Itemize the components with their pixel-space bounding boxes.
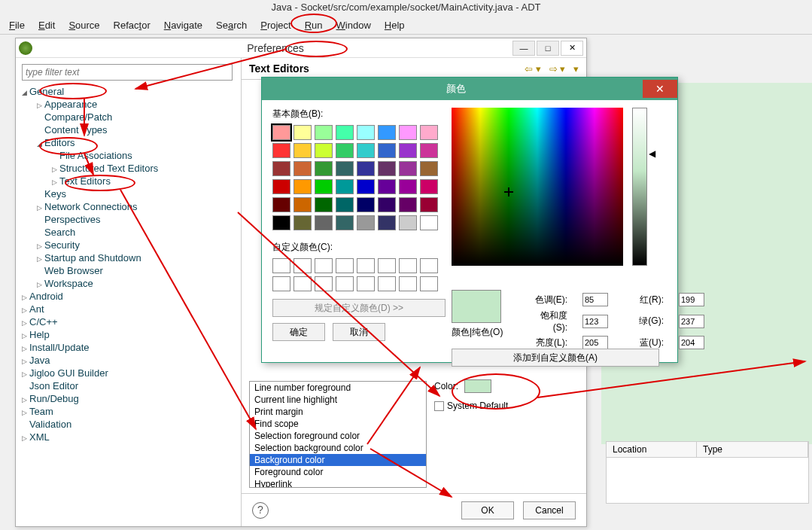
color-swatch[interactable]	[293, 215, 312, 230]
list-item[interactable]: Selection foreground color	[250, 430, 426, 442]
list-item[interactable]: Find scope	[250, 418, 426, 430]
color-swatch[interactable]	[272, 215, 290, 230]
menu-source[interactable]: Source	[62, 18, 105, 32]
col-location[interactable]: Location	[607, 442, 697, 457]
sat-input[interactable]	[582, 315, 608, 328]
define-custom-button[interactable]: 规定自定义颜色(D) >>	[272, 299, 446, 317]
minimize-button[interactable]: —	[512, 41, 535, 56]
color-swatch[interactable]	[420, 197, 438, 212]
color-swatch[interactable]	[272, 125, 290, 140]
luminance-marker-icon: ◀	[649, 148, 655, 159]
list-item-selected[interactable]: Background color	[250, 454, 426, 466]
menu-window[interactable]: Window	[330, 18, 377, 32]
color-swatch[interactable]	[399, 215, 417, 230]
maximize-button[interactable]: □	[537, 41, 559, 56]
color-swatch[interactable]	[378, 197, 396, 212]
col-type[interactable]: Type	[697, 442, 808, 457]
color-swatch[interactable]	[399, 179, 417, 194]
color-swatch[interactable]	[378, 161, 396, 176]
hue-input[interactable]	[582, 293, 608, 306]
color-swatch[interactable]	[378, 179, 396, 194]
nav-arrows[interactable]: ⇦ ▾ ⇨ ▾ ▾	[525, 63, 579, 75]
color-swatch[interactable]	[315, 197, 333, 212]
color-swatch[interactable]	[336, 179, 354, 194]
color-swatch[interactable]	[336, 143, 354, 158]
prefs-tree-panel: ◢General ▷Appearance Compare/Patch Conte…	[16, 58, 242, 526]
color-swatch[interactable]	[336, 215, 354, 230]
red-input[interactable]	[679, 293, 704, 306]
color-swatch[interactable]	[399, 143, 417, 158]
color-label: Color:	[434, 381, 458, 391]
color-dialog-close[interactable]: ✕	[643, 80, 677, 98]
color-swatch[interactable]	[357, 215, 375, 230]
menu-navigate[interactable]: Navigate	[158, 18, 208, 32]
color-swatch[interactable]	[315, 125, 333, 140]
lum-input[interactable]	[582, 336, 608, 349]
add-custom-color-button[interactable]: 添加到自定义颜色(A)	[452, 349, 659, 367]
color-swatch-button[interactable]	[464, 379, 491, 393]
color-swatch[interactable]	[357, 161, 375, 176]
ok-button[interactable]: OK	[461, 501, 514, 519]
color-swatch[interactable]	[272, 143, 290, 158]
color-swatch[interactable]	[315, 143, 333, 158]
sat-label: 饱和度(S):	[527, 309, 567, 333]
color-swatch[interactable]	[293, 197, 312, 212]
list-item[interactable]: Selection background color	[250, 442, 426, 454]
list-item[interactable]: Current line highlight	[250, 394, 426, 406]
color-swatch[interactable]	[272, 197, 290, 212]
appearance-options-list[interactable]: Line number foreground Current line high…	[249, 381, 427, 488]
green-input[interactable]	[679, 315, 704, 328]
color-swatch[interactable]	[399, 197, 417, 212]
color-swatch[interactable]	[357, 143, 375, 158]
color-swatch[interactable]	[420, 143, 438, 158]
color-swatch[interactable]	[315, 179, 333, 194]
color-gradient[interactable]	[452, 108, 623, 266]
color-swatch[interactable]	[357, 197, 375, 212]
list-item[interactable]: Foreground color	[250, 466, 426, 478]
color-swatch[interactable]	[293, 161, 312, 176]
menu-help[interactable]: Help	[379, 18, 411, 32]
system-default-checkbox[interactable]	[434, 401, 444, 411]
color-swatch[interactable]	[336, 161, 354, 176]
help-icon[interactable]: ?	[252, 502, 269, 519]
color-swatch[interactable]	[399, 161, 417, 176]
color-swatch[interactable]	[420, 161, 438, 176]
menu-run[interactable]: Run	[299, 18, 329, 32]
color-swatch[interactable]	[420, 215, 438, 230]
color-swatch[interactable]	[378, 215, 396, 230]
color-swatch[interactable]	[336, 197, 354, 212]
color-swatch[interactable]	[420, 179, 438, 194]
luminance-slider[interactable]	[632, 108, 647, 266]
color-ok-button[interactable]: 确定	[272, 323, 325, 341]
color-cancel-button[interactable]: 取消	[333, 323, 385, 341]
color-swatch[interactable]	[378, 125, 396, 140]
color-swatch[interactable]	[357, 179, 375, 194]
list-item[interactable]: Print margin	[250, 406, 426, 418]
list-item[interactable]: Line number foreground	[250, 382, 426, 394]
blue-input[interactable]	[679, 336, 704, 349]
menu-edit[interactable]: Edit	[32, 18, 61, 32]
color-swatch[interactable]	[315, 215, 333, 230]
color-swatch[interactable]	[399, 125, 417, 140]
color-swatch[interactable]	[378, 143, 396, 158]
color-swatch[interactable]	[293, 179, 312, 194]
cancel-button[interactable]: Cancel	[523, 501, 576, 519]
prefs-titlebar: Preferences — □ ✕	[16, 38, 586, 58]
color-swatch[interactable]	[272, 161, 290, 176]
color-swatch[interactable]	[336, 125, 354, 140]
menu-refactor[interactable]: Refactor	[108, 18, 157, 32]
menu-project[interactable]: Project	[254, 18, 297, 32]
color-swatch[interactable]	[357, 125, 375, 140]
list-item[interactable]: Hyperlink	[250, 478, 426, 488]
problems-table: Location Type	[606, 441, 809, 504]
filter-input[interactable]	[22, 64, 233, 81]
prefs-tree[interactable]: ◢General ▷Appearance Compare/Patch Conte…	[19, 85, 238, 443]
close-button[interactable]: ✕	[561, 41, 583, 56]
color-swatch[interactable]	[420, 125, 438, 140]
color-swatch[interactable]	[272, 179, 290, 194]
color-swatch[interactable]	[315, 161, 333, 176]
color-swatch[interactable]	[293, 143, 312, 158]
menu-file[interactable]: File	[3, 18, 31, 32]
menu-search[interactable]: Search	[210, 18, 253, 32]
color-swatch[interactable]	[293, 125, 312, 140]
